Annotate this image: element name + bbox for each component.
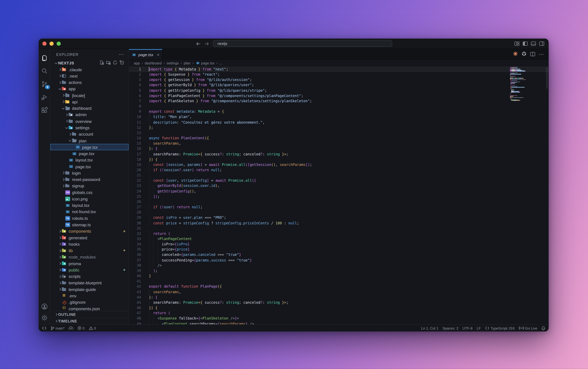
tree-item-reset-password[interactable]: reset-password: [50, 176, 129, 183]
tree-item-account[interactable]: account: [50, 131, 129, 138]
toggle-secondary-sidebar-icon[interactable]: [539, 40, 544, 47]
tree-item-icon.png[interactable]: icon.png: [50, 196, 129, 202]
code-line-41[interactable]: 41: [129, 279, 548, 284]
breadcrumb-item-app[interactable]: app: [134, 61, 140, 65]
minimize-window-button[interactable]: [50, 41, 54, 46]
tree-item-settings[interactable]: settings: [50, 125, 129, 131]
code-line-33[interactable]: 33 <PlanPageContent: [129, 236, 548, 242]
code-line-36[interactable]: 36 canceled={params.canceled === "true"}: [129, 252, 548, 258]
tree-item-login[interactable]: login: [50, 170, 129, 176]
status-item-bell-icon[interactable]: [542, 326, 545, 330]
tree-item-globals.css[interactable]: globals.css: [50, 189, 129, 196]
command-center-search[interactable]: nextjs: [213, 40, 392, 47]
toggle-panel-icon[interactable]: [531, 40, 536, 47]
code-line-43[interactable]: 43 searchParams,: [129, 289, 548, 295]
tree-item-robots.ts[interactable]: robots.ts: [50, 215, 129, 222]
extensions-icon[interactable]: [40, 106, 49, 115]
code-line-12[interactable]: 12};: [129, 125, 548, 130]
search-icon[interactable]: [40, 66, 49, 75]
tree-item-locale[interactable]: [locale]: [50, 92, 129, 99]
settings-gear-icon[interactable]: [40, 313, 49, 322]
code-line-9[interactable]: 9export const metadata: Metadata = {: [129, 109, 548, 114]
tree-item-page.tsx[interactable]: page.tsx: [50, 163, 129, 170]
explorer-icon[interactable]: [40, 53, 49, 62]
status-item-0[interactable]: 0: [78, 326, 84, 330]
code-line-44[interactable]: 44}: {: [129, 295, 548, 300]
breadcrumb-item-...[interactable]: ...: [220, 61, 222, 65]
refresh-icon[interactable]: [113, 60, 117, 65]
claude-extension-icon[interactable]: [513, 51, 518, 58]
editor-more-actions-icon[interactable]: [539, 52, 544, 56]
tree-item-actions[interactable]: actions: [50, 79, 129, 86]
code-line-4[interactable]: 4import { getUserById } from "@/lib/quer…: [129, 83, 548, 88]
tree-item-public[interactable]: public: [50, 267, 129, 273]
breadcrumb-item-dashboard[interactable]: dashboard: [145, 61, 162, 65]
status-item-0[interactable]: 0: [89, 326, 96, 330]
tree-item-template-blueprint[interactable]: template-blueprint: [50, 280, 129, 286]
toggle-primary-sidebar-icon[interactable]: [523, 40, 528, 47]
status-item-utf-8[interactable]: UTF-8: [462, 326, 472, 330]
code-line-37[interactable]: 37 successPending={params.success === "t…: [129, 258, 548, 263]
status-item-main-[interactable]: main*: [51, 326, 65, 330]
code-line-29[interactable]: 29 const isPro = user.plan === "PRO";: [129, 215, 548, 220]
tab-page-tsx[interactable]: page.tsx: [129, 49, 162, 59]
tree-item-dashboard[interactable]: dashboard: [50, 105, 129, 112]
code-line-5[interactable]: 5import { getStripeConfig } from "@/lib/…: [129, 88, 548, 93]
code-line-25[interactable]: 25 ]);: [129, 194, 548, 199]
tree-item-.next[interactable]: .next: [50, 73, 129, 79]
tree-item-page.tsx[interactable]: page.tsx: [50, 150, 129, 157]
code-line-17[interactable]: 17 searchParams: Promise<{ success?: str…: [129, 151, 548, 157]
code-line-1[interactable]: 1import type { Metadata } from "next";: [129, 67, 548, 72]
tree-item-.claude[interactable]: .claude: [50, 66, 129, 73]
tree-item-generated[interactable]: generated: [50, 234, 129, 241]
code-line-47[interactable]: 47 return (: [129, 311, 548, 316]
code-line-15[interactable]: 15 searchParams,: [129, 141, 548, 146]
tree-item-.env[interactable]: .env: [50, 293, 129, 299]
project-root-row[interactable]: NEXTJS: [50, 60, 129, 66]
tree-item-not-found.tsx[interactable]: not-found.tsx: [50, 209, 129, 215]
code-line-35[interactable]: 35 price={price}: [129, 247, 548, 252]
status-item-go-live[interactable]: Go Live: [519, 326, 537, 330]
code-line-16[interactable]: 16}: {: [129, 146, 548, 151]
openai-extension-icon[interactable]: [522, 51, 526, 58]
tree-item-admin[interactable]: admin: [50, 111, 129, 118]
code-line-49[interactable]: 49 <PlanContent searchParams={searchPara…: [129, 321, 548, 324]
code-line-10[interactable]: 10 title: "Mon plan",: [129, 114, 548, 120]
code-line-39[interactable]: 39 );: [129, 268, 548, 273]
code-line-42[interactable]: 42export default function PlanPage({: [129, 284, 548, 289]
status-item-cloud-upload-icon[interactable]: [69, 326, 74, 330]
code-line-31[interactable]: 31: [129, 226, 548, 231]
tree-item-.gitignore[interactable]: .gitignore: [50, 299, 129, 306]
back-icon[interactable]: [196, 40, 200, 47]
close-tab-icon[interactable]: [157, 52, 159, 57]
split-editor-icon[interactable]: [530, 51, 535, 58]
tree-item-sitemap.ts[interactable]: sitemap.ts: [50, 222, 129, 228]
accounts-icon[interactable]: [40, 302, 49, 311]
code-line-48[interactable]: 48 <Suspense fallback={<PlanSkeleton />}…: [129, 316, 548, 321]
tree-item-template-guide[interactable]: template-guide: [50, 286, 129, 293]
code-line-26[interactable]: 26: [129, 199, 548, 205]
code-line-19[interactable]: 19 const [session, params] = await Promi…: [129, 162, 548, 167]
code-line-23[interactable]: 23 getUserById(session.user.id),: [129, 183, 548, 189]
tree-item-page.tsx[interactable]: page.tsx: [50, 144, 129, 150]
customize-layout-icon[interactable]: [514, 40, 519, 47]
tree-item-layout.tsx[interactable]: layout.tsx: [50, 157, 129, 163]
code-line-40[interactable]: 40}: [129, 273, 548, 279]
timeline-section[interactable]: TIMELINE: [50, 318, 129, 324]
code-line-45[interactable]: 45 searchParams: Promise<{ success?: str…: [129, 300, 548, 305]
collapse-folders-icon[interactable]: [120, 60, 124, 65]
tree-item-plan[interactable]: plan: [50, 137, 129, 144]
code-line-22[interactable]: 22 const [user, stripeConfig] = await Pr…: [129, 178, 548, 183]
code-line-20[interactable]: 20 if (!session?.user) return null;: [129, 167, 548, 173]
code-line-18[interactable]: 18}) {: [129, 157, 548, 162]
tree-item-signup[interactable]: signup: [50, 183, 129, 189]
forward-icon[interactable]: [204, 40, 209, 47]
tree-item-lib[interactable]: lib: [50, 248, 129, 254]
editor-scrollbar[interactable]: [546, 67, 548, 89]
status-item-remote-icon[interactable]: [42, 326, 46, 330]
new-folder-icon[interactable]: [106, 60, 111, 65]
breadcrumb-item-page.tsx[interactable]: page.tsx: [196, 61, 215, 65]
tree-item-prisma[interactable]: prisma: [50, 260, 129, 267]
close-window-button[interactable]: [42, 41, 47, 46]
code-line-46[interactable]: 46}) {: [129, 305, 548, 311]
